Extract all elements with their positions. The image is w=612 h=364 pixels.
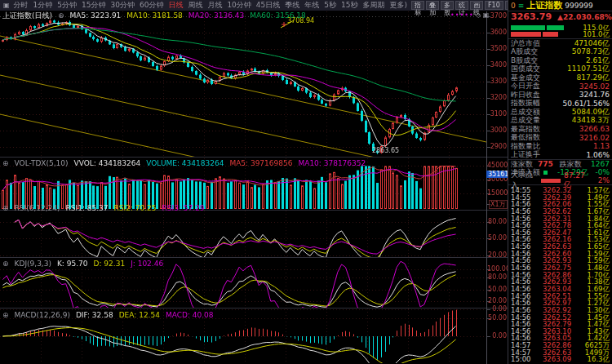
buy-volume-bar — [547, 25, 564, 30]
price-axis-label: 3500 — [487, 45, 507, 52]
price-axis-label: 3700 — [487, 12, 507, 20]
tool-button[interactable]: 指标 — [411, 1, 424, 10]
period-tab[interactable]: 5分钟 — [57, 0, 77, 11]
tool-button[interactable]: 画线 — [470, 1, 483, 10]
price-axis-label: 3400 — [487, 61, 507, 69]
buy-sell-strength: 115.0亿 101.0亿 — [508, 24, 612, 38]
period-tab[interactable]: 45日线 — [256, 0, 280, 11]
price-axis-label: 3600 — [487, 29, 507, 36]
quote-panel: 0 ≡ 上证指数 999999 3263.79 ▲22.03 0.68% 115… — [508, 0, 612, 364]
indicator-settings-icon[interactable]: ⊕ — [2, 204, 9, 212]
period-tab[interactable]: 日线 — [168, 0, 183, 11]
field-value: 1.06% — [586, 151, 610, 159]
kd-axis-label: 50.00 — [487, 286, 507, 293]
chart-corner-icons[interactable]: ••••• ◇ ▣ — [450, 11, 489, 19]
indicator-settings-icon[interactable]: ⊕ — [58, 11, 64, 20]
price-axis-label: 3000 — [487, 127, 507, 134]
period-low-annotation: 2863.65 — [372, 147, 399, 154]
price-axis-label: 3100 — [487, 110, 507, 118]
tick-price: 3263.09 — [535, 356, 579, 363]
sell-volume-bar — [511, 32, 541, 37]
tick-row[interactable]: 15:00 3263.09 16.3亿 — [511, 356, 610, 363]
buy-volume-bar — [511, 25, 545, 30]
period-tab[interactable]: 10分钟 — [227, 0, 251, 11]
rsi-axis-label: 80.00 — [487, 218, 507, 225]
period-tabs: 分时1分钟5分钟15分钟30分钟60分钟日线周线月线10分钟45日线季线年线5秒… — [14, 0, 407, 11]
main-chart-canvas[interactable] — [0, 0, 508, 364]
kd-axis-label: 0.00 — [487, 305, 507, 313]
money-flow-row: 大宗流入 87.27亿 2% — [508, 176, 612, 184]
price-axis-label: 3200 — [487, 94, 507, 101]
quote-fields: 沪总市值 471046亿 A股成交 5078.73亿 B股成交 2.61亿 国债… — [508, 38, 612, 159]
sell-strength-row: 101.0亿 — [511, 31, 610, 38]
period-tab[interactable]: 60分钟 — [140, 0, 163, 11]
kd-axis-label: 20.00 — [487, 297, 507, 304]
index-code: 999999 — [565, 2, 592, 10]
period-tab[interactable]: 周线 — [188, 0, 202, 11]
tick-list: 14:55 3262.32 1.57亿 14:55 3262.39 1.49亿 … — [508, 185, 612, 364]
sell-volume-bar — [543, 32, 558, 37]
macd-axis-label: 0.00 — [487, 332, 507, 340]
field-value: 3266.63 — [579, 125, 610, 133]
kd-axis-label: 100.00 — [487, 265, 507, 273]
field-value: 1.13 — [593, 142, 610, 150]
vol-unit-label: X1万 — [489, 200, 508, 209]
index-code-row: 0 ≡ 上证指数 999999 — [508, 0, 612, 11]
period-tab[interactable]: 更多) — [389, 0, 407, 11]
period-tab[interactable]: 分时 — [14, 0, 29, 11]
price-change: ▲22.03 — [557, 13, 586, 21]
period-tab[interactable]: 5秒 — [324, 0, 336, 11]
period-tab[interactable]: 多周期 — [362, 0, 384, 11]
period-tab[interactable]: 1分钟 — [33, 0, 53, 11]
last-price: 3263.79 — [511, 11, 552, 22]
flow-pct: -0% — [592, 168, 610, 176]
decliners-count: 1267 — [591, 160, 610, 168]
top-bar: ▣ 分时1分钟5分钟15分钟30分钟60分钟日线周线月线10分钟45日线季线年线… — [0, 0, 508, 11]
price-axis-label: 2900 — [487, 143, 507, 150]
flow-bar-icon — [541, 179, 561, 183]
rsi-axis-label: 50.00 — [487, 234, 507, 242]
price-change-pct: 0.68% — [587, 13, 612, 21]
tool-button[interactable]: 统计 — [455, 1, 468, 10]
money-flow-rows: 净流入额 -12.29亿 -0% 大宗流入 87.27亿 2% — [508, 168, 612, 185]
trading-app: ▣ 分时1分钟5分钟15分钟30分钟60分钟日线周线月线10分钟45日线季线年线… — [0, 0, 612, 364]
macd-axis-label: 50.00 — [487, 314, 507, 322]
indicator-settings-icon[interactable]: ⊕ — [2, 159, 9, 167]
queue-badge: 0 — [511, 2, 516, 10]
period-tab[interactable]: 月线 — [207, 0, 222, 11]
rsi-axis-label: 20.00 — [487, 251, 507, 259]
tool-button[interactable]: F10 — [485, 1, 503, 10]
vol-axis-label: 15000 — [487, 189, 507, 197]
period-tab[interactable]: 30分钟 — [110, 0, 134, 11]
hamburger-menu-icon[interactable]: ≡ — [518, 2, 525, 10]
field-value: 3216.02 — [579, 134, 610, 142]
field-value: 3241.76 — [579, 91, 610, 99]
tool-button[interactable]: 叠加 — [426, 1, 439, 10]
tool-button[interactable]: 多股 — [441, 1, 454, 10]
indicator-settings-icon[interactable]: ⊕ — [2, 311, 9, 319]
period-tab[interactable]: 15秒 — [341, 0, 357, 11]
tick-time: 15:00 — [511, 356, 535, 363]
period-high-annotation: 3708.94 — [287, 17, 314, 24]
period-tab[interactable]: 15分钟 — [82, 0, 105, 11]
quote-field-row: 上证换手 1.06% — [511, 151, 610, 160]
flow-bar-icon — [543, 171, 548, 175]
index-name[interactable]: 上证指数 — [526, 0, 562, 11]
kd-axis-label: 80.00 — [487, 273, 507, 281]
field-value: 3245.02 — [579, 82, 610, 91]
vol-axis-label: 45000 — [487, 162, 507, 169]
tick-amount: 16.3亿 — [579, 356, 610, 363]
last-price-row: 3263.79 ▲22.03 0.68% — [508, 11, 612, 24]
period-tab[interactable]: 年线 — [304, 0, 319, 11]
sell-volume-value: 101.0亿 — [583, 31, 610, 38]
period-tab[interactable]: 季线 — [285, 0, 299, 11]
flow-pct: 2% — [593, 176, 610, 184]
indicator-settings-icon[interactable]: ⊕ — [2, 260, 9, 268]
window-icon[interactable]: ▣ — [3, 0, 10, 11]
price-axis-label: 3300 — [487, 78, 507, 85]
